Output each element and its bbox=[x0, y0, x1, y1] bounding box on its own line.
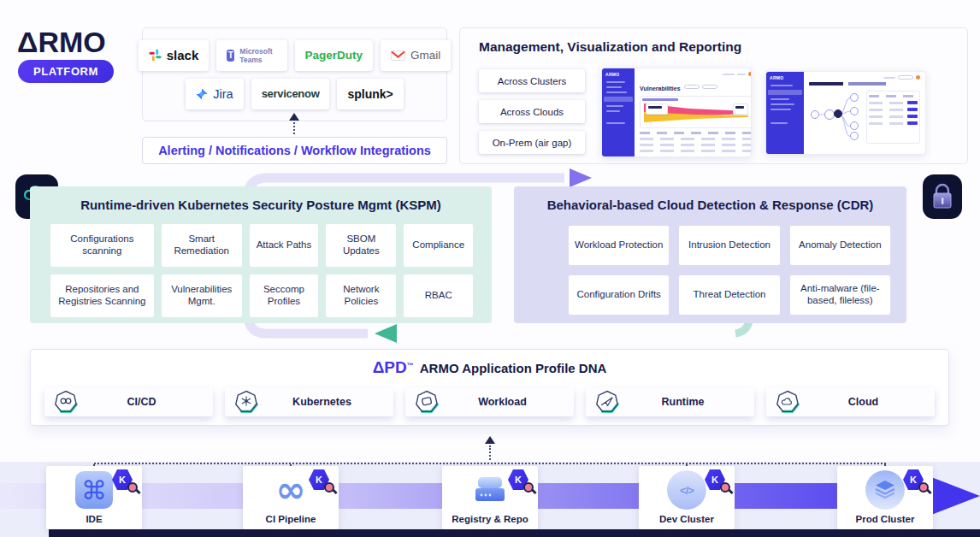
cdr-card: Configuration Drifts bbox=[569, 275, 669, 315]
across-clouds-button[interactable]: Across Clouds bbox=[479, 100, 585, 123]
kspm-card: Vulnerabilities Mgmt. bbox=[162, 274, 242, 317]
across-clusters-button[interactable]: Across Clusters bbox=[479, 69, 585, 92]
layers-icon bbox=[865, 470, 905, 510]
apd-section: ΔPD™ARMO Application Profile DNA CI/CD bbox=[30, 349, 949, 426]
infinity-icon bbox=[276, 473, 306, 507]
jira-icon bbox=[196, 88, 208, 100]
pipeline-node-ide: K IDE bbox=[46, 466, 142, 529]
kubernetes-icon bbox=[233, 390, 259, 414]
teams-icon: T bbox=[227, 50, 234, 62]
apd-logo: ΔPD bbox=[373, 358, 407, 376]
pipeline-dotted-line bbox=[94, 463, 886, 464]
runtime-icon bbox=[594, 390, 620, 414]
kspm-card: Repositories and Registries Scanning bbox=[50, 274, 154, 317]
avatar bbox=[748, 72, 752, 76]
kspm-card: Network Policies bbox=[326, 274, 396, 317]
dashboard-content: Vulnerabilities bbox=[635, 68, 752, 156]
apd-chip-workload: Workload bbox=[405, 387, 574, 416]
cdr-card: Intrusion Detection bbox=[679, 226, 779, 265]
kubescape-badge: K bbox=[309, 469, 334, 493]
pipeline-node-registry: K Registry & Repo bbox=[442, 466, 538, 529]
cdr-card: Threat Detection bbox=[679, 275, 779, 315]
apd-chip-kubernetes: Kubernetes bbox=[225, 387, 393, 416]
kspm-card: RBAC bbox=[404, 274, 473, 317]
workload-icon bbox=[414, 390, 440, 414]
integrations-row-2: Jira servicenow splunk> bbox=[143, 79, 446, 109]
dotted-connector-apd bbox=[489, 446, 491, 463]
bottom-bar bbox=[49, 529, 980, 537]
apd-chip-runtime: Runtime bbox=[586, 387, 754, 416]
pagerduty-logo: PagerDuty bbox=[295, 40, 374, 71]
registry-drive-icon bbox=[471, 473, 509, 507]
kspm-title: Runtime-driven Kubernetes Security Postu… bbox=[30, 198, 492, 212]
armo-logo: ΔRMO bbox=[17, 26, 106, 59]
dotted-connector-integrations bbox=[293, 122, 295, 134]
cdr-grid: Workload Protection Intrusion Detection … bbox=[569, 226, 890, 315]
avatar bbox=[916, 75, 920, 80]
kspm-grid: Configurations scanning Smart Remediatio… bbox=[50, 224, 473, 317]
up-arrow-apd bbox=[485, 436, 495, 444]
padlock-icon bbox=[930, 182, 955, 211]
kspm-card: Configurations scanning bbox=[50, 224, 154, 267]
pipeline-node-dev-cluster: K Dev Cluster bbox=[639, 466, 735, 529]
dashboard-content bbox=[804, 72, 925, 154]
integrations-box: slack T Microsoft Teams PagerDuty Gmail bbox=[142, 27, 447, 121]
gmail-icon bbox=[391, 50, 405, 61]
kspm-card: Smart Remediation bbox=[162, 224, 242, 267]
magnifier-icon bbox=[523, 482, 534, 493]
armo-platform-diagram: ΔRMO PLATFORM slack T Microsoft Teams Pa… bbox=[0, 0, 980, 537]
dashboard-thumbnail-1: ARMO Vulnerabilities bbox=[601, 68, 752, 157]
cloud-icon bbox=[775, 390, 800, 414]
kspm-card: Compliance bbox=[404, 224, 473, 267]
jira-logo: Jira bbox=[186, 79, 243, 109]
cdr-section: Behavioral-based Cloud Detection & Respo… bbox=[514, 186, 906, 323]
magnifier-icon bbox=[720, 482, 730, 493]
kspm-card: Seccomp Profiles bbox=[250, 274, 319, 317]
splunk-logo: splunk> bbox=[337, 79, 403, 109]
ci-cd-icon bbox=[53, 390, 79, 414]
code-icon bbox=[667, 470, 706, 510]
kspm-section: Runtime-driven Kubernetes Security Postu… bbox=[30, 186, 492, 323]
servicenow-logo: servicenow bbox=[251, 79, 330, 109]
management-title: Management, Visualization and Reporting bbox=[479, 39, 741, 55]
slack-logo: slack bbox=[139, 40, 210, 71]
magnifier-icon bbox=[324, 482, 334, 493]
pipeline-node-ci: K CI Pipeline bbox=[243, 466, 339, 529]
dashboard-sidebar: ARMO bbox=[766, 72, 804, 154]
management-section: Management, Visualization and Reporting … bbox=[459, 27, 968, 164]
magnifier-icon bbox=[127, 482, 138, 493]
up-arrow-integrations bbox=[289, 113, 299, 121]
dashboard-sidebar: ARMO bbox=[602, 68, 635, 156]
dashboard-thumbnail-2: ARMO bbox=[765, 71, 926, 155]
cdr-card: Workload Protection bbox=[569, 226, 669, 265]
apd-chip-cloud: Cloud bbox=[766, 387, 935, 416]
apd-items: CI/CD Kubernetes Work bbox=[44, 387, 935, 416]
slack-icon bbox=[149, 49, 162, 62]
findings-table bbox=[866, 91, 920, 144]
apd-chip-cicd: CI/CD bbox=[44, 387, 213, 416]
cdr-card: Anomaly Detection bbox=[790, 226, 890, 265]
kspm-card: Attack Paths bbox=[250, 224, 319, 267]
kubescape-badge: K bbox=[705, 469, 730, 493]
on-prem-button[interactable]: On-Prem (air gap) bbox=[479, 131, 585, 154]
cdr-title: Behavioral-based Cloud Detection & Respo… bbox=[514, 198, 906, 212]
trademark: ™ bbox=[407, 362, 414, 369]
integrations-row-1: slack T Microsoft Teams PagerDuty Gmail bbox=[143, 40, 446, 71]
gmail-logo: Gmail bbox=[381, 40, 451, 71]
apd-title: ARMO Application Profile DNA bbox=[420, 361, 607, 375]
pipeline-node-prod-cluster: K Prod Cluster bbox=[837, 466, 933, 529]
kspm-card: SBOM Updates bbox=[326, 224, 396, 267]
attack-path-graph bbox=[809, 89, 862, 140]
microsoft-teams-logo: T Microsoft Teams bbox=[216, 40, 286, 71]
platform-badge: PLATFORM bbox=[18, 60, 114, 83]
command-icon bbox=[75, 471, 113, 509]
magnifier-icon bbox=[918, 482, 929, 493]
kubescape-badge: K bbox=[903, 469, 929, 493]
alerting-label: Alerting / Notifications / Workflow Inte… bbox=[142, 137, 447, 164]
cdr-card: Anti-malware (file-based, fileless) bbox=[790, 275, 890, 315]
kubescape-badge: K bbox=[112, 469, 138, 493]
kubescape-badge: K bbox=[508, 469, 534, 493]
vulnerabilities-funnel-chart bbox=[640, 96, 752, 128]
cdr-lock-badge bbox=[923, 174, 962, 219]
